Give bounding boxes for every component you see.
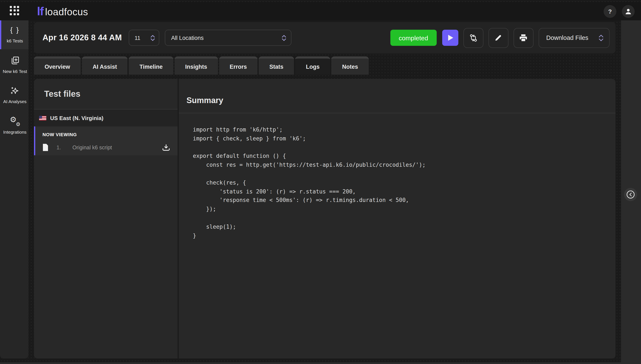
run-number-value: 11 xyxy=(135,34,140,41)
sidebar-item-label: k6 Tests xyxy=(7,38,23,44)
compare-runs-button[interactable] xyxy=(464,28,483,48)
apps-grid-icon[interactable] xyxy=(10,6,21,17)
region-row[interactable]: US East (N. Virginia) xyxy=(34,110,177,126)
test-header-panel: Apr 16 2026 8 44 AM 11 All Locations com… xyxy=(34,22,615,54)
sidebar-item-k6-tests[interactable]: { } k6 Tests xyxy=(0,20,29,49)
status-text: completed xyxy=(399,34,428,41)
app-root: lf loadfocus ? { } k6 Tests xyxy=(0,0,641,364)
help-icon: ? xyxy=(608,8,612,15)
download-file-button[interactable] xyxy=(162,144,170,151)
compare-icon xyxy=(469,33,478,43)
sparkle-icon xyxy=(10,86,20,96)
printer-icon xyxy=(519,34,528,42)
now-viewing-block: NOW VIEWING 1. Original k6 script xyxy=(34,126,177,155)
gears-icon: ⚙⚙ xyxy=(10,116,20,126)
select-arrows-icon xyxy=(598,34,604,41)
sidebar-item-label: New k6 Test xyxy=(3,68,27,74)
region-label: US East (N. Virginia) xyxy=(50,115,103,121)
sidebar-item-ai-analyses[interactable]: AI Analyses xyxy=(0,81,29,110)
download-files-select[interactable]: Download Files xyxy=(539,28,609,48)
help-button[interactable]: ? xyxy=(604,5,616,18)
status-badge: completed xyxy=(390,30,437,46)
download-files-label: Download Files xyxy=(546,34,588,41)
tab-ai-assist[interactable]: AI Assist xyxy=(82,56,128,75)
user-icon xyxy=(625,8,632,15)
play-icon xyxy=(448,35,454,41)
k6-script-code: import http from 'k6/http'; import { che… xyxy=(193,126,615,240)
sidebar-item-label: Integrations xyxy=(3,130,27,135)
file-name: Original k6 script xyxy=(72,144,112,150)
select-arrows-icon xyxy=(282,34,286,41)
document-icon xyxy=(43,144,48,151)
now-viewing-label: NOW VIEWING xyxy=(43,132,172,137)
summary-header: Summary xyxy=(179,79,615,113)
main-content-panel: Test files US East (N. Virginia) NOW VIE… xyxy=(34,79,615,358)
summary-panel: Summary import http from 'k6/http'; impo… xyxy=(179,79,615,358)
tab-timeline[interactable]: Timeline xyxy=(129,56,173,75)
locations-select[interactable]: All Locations xyxy=(165,30,291,46)
run-number-stepper[interactable]: 11 xyxy=(129,30,159,46)
stepper-arrows-icon[interactable] xyxy=(150,34,155,41)
file-index: 1. xyxy=(57,144,61,150)
sidebar-item-integrations[interactable]: ⚙⚙ Integrations xyxy=(0,112,29,140)
tab-stats[interactable]: Stats xyxy=(259,56,294,75)
tab-overview[interactable]: Overview xyxy=(34,56,81,75)
file-row[interactable]: 1. Original k6 script xyxy=(43,144,172,151)
test-run-date: Apr 16 2026 8 44 AM xyxy=(43,33,122,42)
top-bar: lf loadfocus ? xyxy=(0,2,641,20)
test-files-panel: Test files US East (N. Virginia) NOW VIE… xyxy=(34,79,179,358)
loadfocus-logo[interactable]: lf loadfocus xyxy=(37,4,88,18)
summary-title: Summary xyxy=(186,96,223,105)
download-icon xyxy=(162,144,170,151)
left-sidebar: { } k6 Tests New k6 Test AI Anal xyxy=(0,20,29,358)
result-tabs: Overview AI Assist Timeline Insights Err… xyxy=(34,56,369,75)
logo-mark: lf xyxy=(37,4,43,18)
edit-test-button[interactable] xyxy=(489,28,508,48)
braces-icon: { } xyxy=(10,25,20,35)
logo-name: loadfocus xyxy=(45,6,88,18)
sidebar-item-new-k6-test[interactable]: New k6 Test xyxy=(0,51,29,79)
tab-notes[interactable]: Notes xyxy=(332,56,369,75)
us-flag-icon xyxy=(39,116,46,120)
test-files-title: Test files xyxy=(44,89,80,99)
tab-logs[interactable]: Logs xyxy=(295,56,330,75)
chevron-left-circle-icon xyxy=(626,190,635,199)
sidebar-item-label: AI Analyses xyxy=(3,99,27,105)
bottom-scrollbar[interactable] xyxy=(0,362,641,364)
topbar-actions: ? xyxy=(604,5,635,18)
tab-insights[interactable]: Insights xyxy=(175,56,218,75)
account-button[interactable] xyxy=(622,5,635,18)
run-test-button[interactable] xyxy=(442,30,458,46)
new-document-icon xyxy=(10,55,20,66)
locations-value: All Locations xyxy=(171,34,204,41)
tab-errors[interactable]: Errors xyxy=(219,56,257,75)
collapse-panel-button[interactable] xyxy=(624,188,637,201)
pencil-icon xyxy=(494,34,503,42)
print-button[interactable] xyxy=(514,28,534,48)
test-files-header: Test files xyxy=(34,79,177,110)
